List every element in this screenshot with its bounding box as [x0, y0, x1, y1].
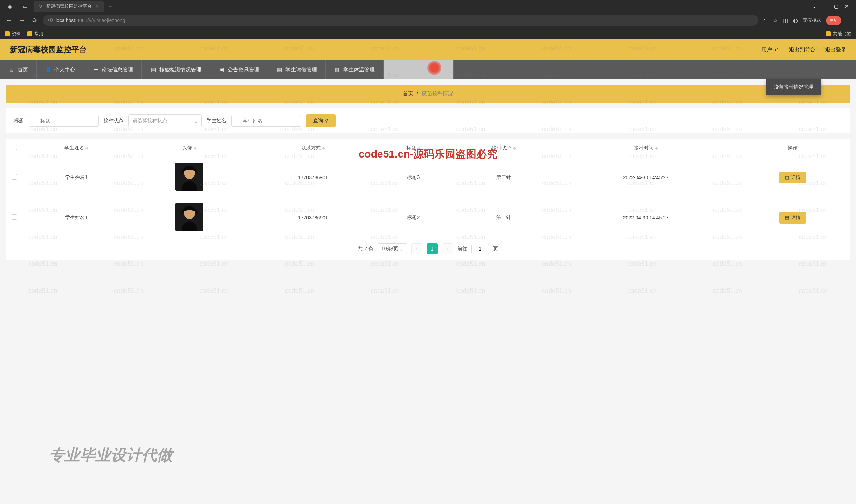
search-button[interactable]: 查询 ⚲ — [306, 114, 336, 127]
nav-forum[interactable]: ☰论坛信息管理 — [84, 60, 142, 79]
cell-avatar — [130, 157, 250, 198]
user-label[interactable]: 用户 a1 — [761, 47, 779, 53]
app-title: 新冠病毒校园监控平台 — [10, 44, 87, 55]
col-status[interactable]: 接种状态◆ — [450, 139, 557, 157]
col-time[interactable]: 接种时间◆ — [557, 139, 735, 157]
extension-icon[interactable]: ◫ — [783, 17, 788, 24]
page-suffix: 页 — [493, 246, 498, 252]
cell-title: 标题2 — [377, 197, 450, 238]
cell-status: 第三针 — [450, 157, 557, 198]
page-size-select[interactable]: 10条/页 — [378, 243, 407, 254]
cell-name: 学生姓名1 — [23, 197, 130, 238]
logout-front-link[interactable]: 退出到前台 — [789, 47, 815, 53]
nav-temp[interactable]: ▥学生体温管理 — [326, 60, 384, 79]
reload-button[interactable]: ⟳ — [31, 15, 39, 26]
checkbox-all[interactable] — [12, 145, 17, 150]
title-input[interactable] — [29, 115, 99, 127]
url-input[interactable]: ⓘ localhost:8081/#/yimiaojiezhong — [43, 15, 758, 26]
detail-button[interactable]: ▤ 详情 — [779, 212, 806, 224]
tab-blank-1[interactable]: ◉ — [3, 1, 17, 11]
cell-phone: 17703786901 — [250, 157, 377, 198]
filter-title-label: 标题 — [14, 118, 24, 124]
row-checkbox[interactable] — [12, 174, 17, 180]
detail-button[interactable]: ▤ 详情 — [779, 172, 806, 183]
avatar — [175, 163, 203, 191]
sort-icon: ◆ — [322, 146, 325, 150]
sort-icon: ◆ — [85, 146, 88, 150]
total-label: 共 2 条 — [358, 246, 373, 252]
tab-title: 新冠病毒校园监控平台 — [46, 3, 92, 9]
bell-icon: ▣ — [219, 66, 225, 73]
logout-link[interactable]: 退出登录 — [825, 47, 846, 53]
tab-blank-2[interactable]: ▭ — [18, 1, 32, 11]
folder-icon — [27, 31, 32, 36]
nav-leave[interactable]: ▦学生请假管理 — [268, 60, 326, 79]
goto-input[interactable] — [471, 244, 489, 254]
goto-label: 前往 — [457, 246, 467, 252]
table-row: 学生姓名1 17703786901 标题2 第二针 2022-04-30 14:… — [6, 197, 850, 238]
bookmark-item[interactable]: 资料 — [5, 31, 21, 37]
dropdown-label: 疫苗接种情况管理 — [774, 84, 813, 90]
prev-page-button[interactable]: ‹ — [411, 243, 422, 254]
bookmark-bar: 资料 常用 其他书签 — [0, 28, 856, 39]
cell-time: 2022-04-30 14:45:27 — [557, 197, 735, 238]
nav-vaccine[interactable] — [384, 60, 454, 79]
dropdown-vaccine[interactable]: 疫苗接种情况管理 — [766, 79, 821, 95]
tab-active[interactable]: V 新冠病毒校园监控平台 ✕ — [34, 1, 104, 12]
page-icon: ▭ — [22, 4, 28, 9]
table-row: 学生姓名1 17703786901 标题3 第三针 2022-04-30 14:… — [6, 157, 850, 198]
forward-button[interactable]: → — [18, 15, 27, 26]
doc-icon: ▤ — [785, 175, 789, 180]
incognito-icon: ◐ — [793, 17, 798, 24]
menu-button[interactable]: ⋮ — [846, 17, 852, 24]
key-icon[interactable]: ⚿ — [762, 17, 768, 23]
back-button[interactable]: ← — [4, 15, 13, 26]
breadcrumb: 首页 / 疫苗接种情况 — [6, 85, 850, 103]
thermo-icon: ▥ — [334, 66, 340, 73]
folder-icon — [826, 31, 831, 36]
chevron-down-icon[interactable]: ⌄ — [812, 4, 816, 9]
window-controls: ⌄ — ▢ ✕ — [812, 4, 853, 9]
cell-avatar — [130, 197, 250, 238]
close-icon[interactable]: ✕ — [95, 3, 100, 10]
nav-home[interactable]: ⌂首页 — [0, 60, 37, 79]
col-title[interactable]: 标题◆ — [377, 139, 450, 157]
bookmark-item[interactable]: 常用 — [27, 31, 43, 37]
bookmark-other[interactable]: 其他书签 — [826, 31, 851, 37]
url-text: localhost:8081/#/yimiaojiezhong — [56, 18, 753, 23]
address-bar: ← → ⟳ ⓘ localhost:8081/#/yimiaojiezhong … — [0, 13, 856, 28]
cell-phone: 17703786901 — [250, 197, 377, 238]
folder-icon — [5, 31, 10, 36]
sort-icon: ◆ — [417, 146, 420, 150]
row-checkbox[interactable] — [12, 214, 17, 220]
tab-add-button[interactable]: + — [105, 1, 115, 12]
avatar — [175, 203, 203, 231]
filter-name-label: 学生姓名 — [207, 118, 226, 124]
update-button[interactable]: 更新 — [826, 16, 841, 25]
sort-icon: ◆ — [655, 146, 658, 150]
next-page-button[interactable]: › — [442, 243, 453, 254]
nav-test[interactable]: ▤核酸检测情况管理 — [142, 60, 210, 79]
minimize-button[interactable]: — — [823, 4, 828, 9]
nav-notice[interactable]: ▣公告资讯管理 — [210, 60, 268, 79]
page-1-button[interactable]: 1 — [427, 243, 438, 254]
col-name[interactable]: 学生姓名◆ — [23, 139, 130, 157]
status-select[interactable]: 请选择接种状态 — [128, 114, 202, 127]
nav-profile[interactable]: 👤个人中心 — [37, 60, 84, 79]
col-avatar[interactable]: 头像◆ — [130, 139, 250, 157]
cell-name: 学生姓名1 — [23, 157, 130, 198]
close-window-button[interactable]: ✕ — [845, 4, 849, 9]
col-phone[interactable]: 联系方式◆ — [250, 139, 377, 157]
star-icon[interactable]: ☆ — [773, 17, 778, 24]
browser-chrome: ◉ ▭ V 新冠病毒校园监控平台 ✕ + ⌄ — ▢ ✕ ← → ⟳ ⓘ loc… — [0, 0, 856, 39]
pagination: 共 2 条 10条/页 ⌄ ‹ 1 › 前往 页 — [11, 238, 845, 260]
search-icon: ⚲ — [325, 118, 329, 124]
calendar-icon: ▦ — [276, 66, 283, 73]
cell-status: 第二针 — [450, 197, 557, 238]
breadcrumb-home[interactable]: 首页 — [403, 90, 413, 97]
tab-bar: ◉ ▭ V 新冠病毒校园监控平台 ✕ + ⌄ — ▢ ✕ — [0, 0, 856, 13]
user-icon: 👤 — [45, 66, 51, 73]
name-input[interactable] — [231, 115, 301, 127]
maximize-button[interactable]: ▢ — [834, 4, 838, 9]
table-container: 学生姓名◆ 头像◆ 联系方式◆ 标题◆ 接种状态◆ 接种时间◆ 操作 学生姓名1… — [6, 139, 850, 260]
